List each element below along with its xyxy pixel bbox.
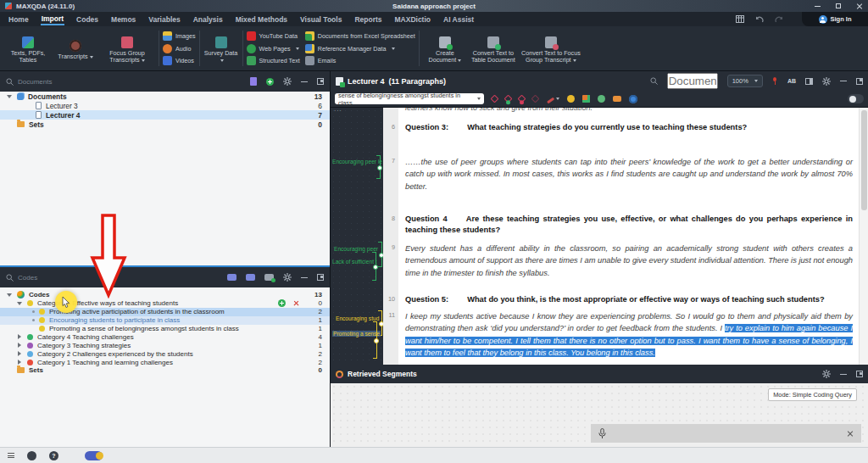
emails-button[interactable]: Emails <box>305 56 415 65</box>
coding-bracket[interactable] <box>376 155 381 179</box>
codes-search-input[interactable] <box>18 274 94 282</box>
tree-row-code-sets[interactable]: Sets 0 <box>0 366 330 375</box>
code-selector-dropdown[interactable]: sense of belongingness amongst students … <box>335 93 484 104</box>
chevron-expanded-icon[interactable] <box>17 302 22 305</box>
texts-pdfs-tables-button[interactable]: Texts, PDFs, Tables <box>4 33 52 64</box>
question-4-paragraph[interactable]: Question 4Are these teaching strategies … <box>405 214 853 237</box>
coding-bracket[interactable] <box>372 252 376 281</box>
gear-icon[interactable] <box>822 77 831 86</box>
images-button[interactable]: Images <box>163 31 196 41</box>
tree-row-codes-root[interactable]: Codes 13 <box>0 291 330 299</box>
redo-icon[interactable] <box>775 16 783 23</box>
undock-panel-icon[interactable] <box>317 78 324 85</box>
menu-analysis[interactable]: Analysis <box>192 14 224 25</box>
convert-text-to-focus-group-button[interactable]: Convert Text to Focus Group Transcript <box>520 33 582 64</box>
documents-from-excel-button[interactable]: Documents from Excel Spreadsheet <box>305 31 415 41</box>
margin-display-toggle[interactable] <box>848 94 864 103</box>
tree-row-category-5[interactable]: Category 5 Effective ways of teaching st… <box>0 299 330 308</box>
answer-4-paragraph[interactable]: Every student has a different ability in… <box>405 243 853 279</box>
code-frequencies-icon[interactable] <box>246 274 255 281</box>
answer-3-paragraph[interactable]: ……the use of peer groups where students … <box>405 156 853 192</box>
code-label[interactable]: Lack of sufficient t <box>332 259 377 265</box>
tree-row-category-2[interactable]: Category 2 Challenges experienced by the… <box>0 349 330 358</box>
menu-memos[interactable]: Memos <box>110 14 136 25</box>
gear-icon[interactable] <box>283 77 292 86</box>
gear-icon[interactable] <box>822 370 831 378</box>
comment-icon[interactable] <box>613 96 621 102</box>
code-label[interactable]: Encouraging stud <box>336 315 379 321</box>
undock-panel-icon[interactable] <box>856 78 863 85</box>
undock-panel-icon[interactable] <box>856 371 863 377</box>
collapse-panel-icon[interactable] <box>840 81 847 81</box>
menu-reports[interactable]: Reports <box>353 14 382 25</box>
microphone-icon[interactable] <box>598 428 606 439</box>
tree-row-lecturer-3[interactable]: Lecturer 3 6 <box>0 101 330 110</box>
audio-button[interactable]: Audio <box>163 44 196 53</box>
mode-badge[interactable]: Mode: Simple Coding Query <box>768 388 857 401</box>
coding-bracket[interactable] <box>373 321 377 359</box>
delete-code-icon[interactable] <box>293 300 299 306</box>
new-document-icon[interactable] <box>266 78 274 86</box>
creative-coding-icon[interactable] <box>582 95 590 103</box>
spellcheck-icon[interactable]: AB <box>787 78 796 84</box>
chevron-collapsed-icon[interactable] <box>18 360 21 365</box>
convert-text-to-table-button[interactable]: Convert Text to Table Document <box>467 33 520 64</box>
status-menu-icon[interactable] <box>8 453 14 458</box>
tree-row-encouraging-students[interactable]: Encouraging students to participate in c… <box>0 316 330 325</box>
help-icon[interactable]: ? <box>49 451 58 460</box>
tree-row-category-4[interactable]: Category 4 Teaching challenges 4 <box>0 332 330 341</box>
code-icon[interactable] <box>491 95 499 103</box>
collapse-panel-icon[interactable] <box>840 374 847 375</box>
coding-bracket[interactable] <box>378 242 382 267</box>
sign-in-button[interactable]: Sign In <box>802 12 868 26</box>
undo-coding-icon[interactable] <box>518 95 526 103</box>
minimize-icon[interactable] <box>815 6 821 7</box>
ai-code-suggestion-icon[interactable] <box>629 95 637 103</box>
tree-row-promoting-active-participation[interactable]: Promoting active participation of studen… <box>0 308 330 316</box>
documents-search-input[interactable] <box>18 78 94 86</box>
tree-row-lecturer-4[interactable]: Lecturer 4 7 <box>0 110 330 120</box>
tree-row-category-1[interactable]: Category 1 Teaching and learning challen… <box>0 358 330 366</box>
tree-row-documents-root[interactable]: Documents 13 <box>0 92 330 101</box>
margin-overflow-indicator[interactable]: ... <box>334 108 342 113</box>
reference-manager-button[interactable]: Reference Manager Data <box>305 44 415 53</box>
structured-text-button[interactable]: Structured Text <box>247 56 300 65</box>
focus-group-transcripts-button[interactable]: Focus Group Transcripts <box>99 33 155 64</box>
menu-codes[interactable]: Codes <box>75 14 99 25</box>
chevron-collapsed-icon[interactable] <box>18 351 21 356</box>
new-code-icon[interactable] <box>264 274 274 281</box>
code-disabled-icon[interactable] <box>531 95 540 103</box>
code-label[interactable]: Encouraging peer le <box>332 159 382 165</box>
memo-document-icon[interactable] <box>250 77 257 86</box>
highlight-coding-button[interactable] <box>546 95 559 103</box>
menu-maxdictio[interactable]: MAXDictio <box>394 14 432 25</box>
undock-panel-icon[interactable] <box>317 274 324 281</box>
maximize-icon[interactable] <box>836 3 841 8</box>
chevron-collapsed-icon[interactable] <box>18 334 21 339</box>
tree-row-promoting-belongingness[interactable]: Promoting a sense of belongingness among… <box>0 325 330 333</box>
status-activation-icon[interactable] <box>85 451 103 460</box>
chevron-expanded-icon[interactable] <box>7 293 12 297</box>
chevron-collapsed-icon[interactable] <box>18 343 21 348</box>
transcripts-button[interactable]: Transcripts <box>52 36 99 60</box>
export-icon[interactable] <box>772 77 778 85</box>
gear-icon[interactable] <box>283 273 292 282</box>
chevron-expanded-icon[interactable] <box>7 95 12 98</box>
menu-visual-tools[interactable]: Visual Tools <box>299 14 342 25</box>
coded-segments-icon[interactable] <box>227 274 236 281</box>
undo-icon[interactable] <box>755 16 764 23</box>
sidebar-toggle-icon[interactable] <box>805 78 813 85</box>
zoom-select[interactable]: 100% <box>727 75 763 87</box>
tree-row-document-sets[interactable]: Sets 0 <box>0 120 330 129</box>
menu-variables[interactable]: Variables <box>147 14 181 25</box>
collapse-panel-icon[interactable] <box>301 277 308 278</box>
web-pages-button[interactable]: Web Pages <box>247 44 300 53</box>
document-scrollbar[interactable] <box>859 108 868 365</box>
close-dictation-icon[interactable] <box>847 430 854 437</box>
videos-button[interactable]: Videos <box>163 56 196 65</box>
emoticode-icon[interactable] <box>567 95 575 103</box>
table-view-icon[interactable] <box>736 15 744 23</box>
status-memo-icon[interactable] <box>27 451 36 460</box>
question-3-paragraph[interactable]: Question 3:What teaching strategies do y… <box>405 122 853 133</box>
collapse-panel-icon[interactable] <box>301 81 308 82</box>
